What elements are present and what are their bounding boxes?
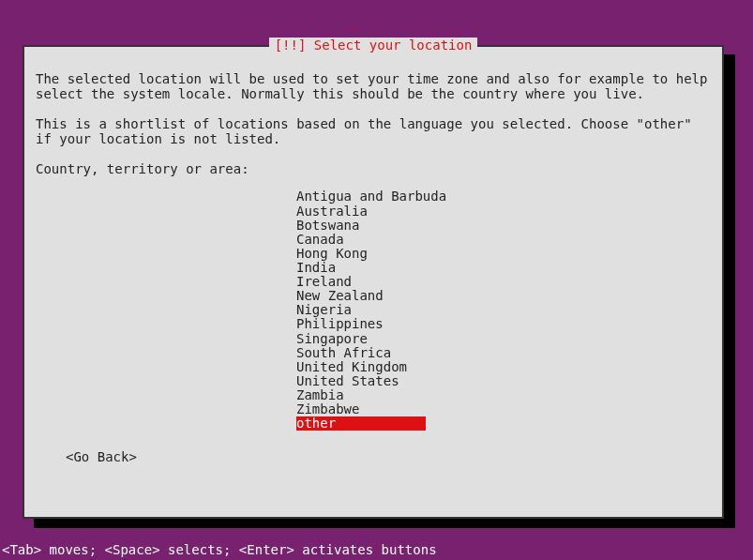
help-bar: <Tab> moves; <Space> selects; <Enter> ac… [2, 542, 437, 557]
dialog-body: The selected location will be used to se… [34, 71, 713, 464]
location-item[interactable]: Singapore [296, 332, 368, 346]
location-item[interactable]: Australia [296, 204, 368, 219]
location-item[interactable]: Zambia [296, 388, 344, 402]
location-item[interactable]: New Zealand [296, 289, 384, 303]
location-dialog: [!!] Select your location The selected l… [23, 45, 724, 519]
location-item[interactable]: Ireland [296, 275, 352, 289]
location-item[interactable]: other [296, 416, 426, 431]
dialog-prompt: Country, territory or area: [36, 161, 711, 176]
location-item[interactable]: Nigeria [296, 303, 352, 317]
location-item[interactable]: Hong Kong [296, 247, 368, 261]
location-item[interactable]: United Kingdom [296, 360, 407, 374]
location-item[interactable]: Zimbabwe [296, 402, 359, 416]
go-back-button[interactable]: <Go Back> [66, 449, 137, 464]
location-list: Antigua and BarbudaAustraliaBotswanaCana… [296, 189, 711, 431]
location-item[interactable]: United States [296, 374, 399, 388]
location-item[interactable]: India [296, 261, 336, 275]
dialog-paragraph-1: The selected location will be used to se… [36, 71, 711, 101]
dialog-title-row: [!!] Select your location [24, 38, 722, 53]
location-item[interactable]: Antigua and Barbuda [296, 189, 446, 204]
location-item[interactable]: Botswana [296, 219, 359, 233]
dialog-title: [!!] Select your location [269, 38, 478, 53]
location-item[interactable]: Philippines [296, 317, 384, 331]
dialog-paragraph-2: This is a shortlist of locations based o… [36, 116, 711, 146]
location-item[interactable]: South Africa [296, 346, 391, 360]
location-item[interactable]: Canada [296, 233, 344, 247]
